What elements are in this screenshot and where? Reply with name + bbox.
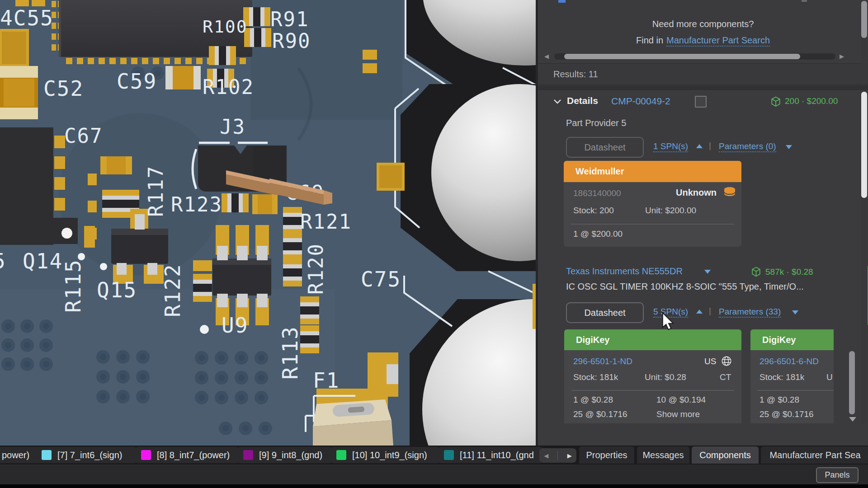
layer-color-swatch xyxy=(243,450,253,460)
cards-scrollbar-thumb[interactable] xyxy=(849,351,855,414)
price-break: 1 @ $0.28 xyxy=(573,395,613,405)
separator: | xyxy=(709,306,711,316)
need-more-components-text: Need more components? xyxy=(538,19,868,29)
datasheet-button[interactable]: Datasheet xyxy=(566,302,644,323)
package-code: CT xyxy=(720,372,731,382)
vendor-part-number-link[interactable]: 296-6501-1-ND xyxy=(573,357,632,366)
layer-color-swatch xyxy=(42,450,52,460)
spn-card-weidmuller: Weidmuller 1863140000 Unknown Stock: 200… xyxy=(564,161,741,247)
pcb-label: R102 xyxy=(203,75,254,99)
tab-manufacturer-part-search[interactable]: Manufacturer Part Sea xyxy=(761,446,868,464)
pcb-label: R115 xyxy=(61,259,85,313)
ic-u9 xyxy=(212,225,271,325)
details-header: Details CMP-00049-2 200 · $200.00 xyxy=(538,90,868,113)
collapse-arrow-icon[interactable] xyxy=(696,310,703,314)
spn-cards-row: DigiKey 296-6501-1-ND US Stock: 181k Uni… xyxy=(538,329,834,423)
package-icon xyxy=(770,96,782,108)
layer-tab-label: [7] 7_int6_(sign) xyxy=(57,450,122,460)
prev-tab-arrow-icon[interactable]: ◀ xyxy=(544,452,548,459)
components-panel: Need more components? Find in Manufactur… xyxy=(536,0,868,446)
pcb-label: R120 xyxy=(304,243,327,295)
pcb-label: R90 xyxy=(272,29,311,52)
horizontal-scrollbar-thumb[interactable] xyxy=(564,54,800,59)
manufacturer-part-link[interactable]: Texas Instruments NE555DR xyxy=(566,266,683,277)
part-description: IC OSC SGL TIMER 100KHZ 8-SOIC "555 Type… xyxy=(566,282,834,292)
status-bar: Panels xyxy=(0,465,868,484)
stock-value: Stock: 181k xyxy=(760,372,804,382)
price-break: 1 @ $200.00 xyxy=(573,229,623,239)
region-code: U xyxy=(826,372,833,382)
divider xyxy=(571,224,734,225)
expand-arrow-icon[interactable] xyxy=(792,310,798,314)
layer-tab-bar: power) [7] 7_int6_(sign) [8] 8_int7_(pow… xyxy=(0,446,868,465)
pcb-label: J3 xyxy=(220,115,245,138)
pcb-label: R123 xyxy=(171,193,222,216)
list-item-icon-partial xyxy=(558,0,566,3)
results-count: Results: 11 xyxy=(538,63,868,85)
pcb-label: R100 xyxy=(203,17,248,37)
tab-messages[interactable]: Messages xyxy=(637,446,689,464)
region-code: US xyxy=(704,357,716,366)
parameters-link[interactable]: Parameters (0) xyxy=(719,141,776,152)
collapse-arrow-icon[interactable] xyxy=(696,144,703,148)
price-break: 25 @ $0.1716 xyxy=(573,409,627,419)
unit-price: Unit: $200.00 xyxy=(645,206,696,216)
vendor-part-number-link[interactable]: 296-6501-6-ND xyxy=(760,357,819,366)
datasheet-button-disabled[interactable]: Datasheet xyxy=(566,137,644,158)
details-scrollbar-thumb[interactable] xyxy=(861,92,867,198)
layer-tab-10[interactable]: [10] 10_int9_(sign) xyxy=(330,447,440,463)
chevron-down-icon[interactable] xyxy=(553,99,562,105)
tab-components[interactable]: Components xyxy=(692,446,759,464)
pcb-label: Q14 xyxy=(23,249,63,273)
pcb-label: F1 xyxy=(313,368,340,393)
stock-value: Stock: 200 xyxy=(573,206,614,216)
pcb-label: 5 xyxy=(0,249,6,273)
layer-tab-9[interactable]: [9] 9_int8_(gnd) xyxy=(237,447,333,463)
layer-tab-11[interactable]: [11] 11_int10_(gnd xyxy=(438,447,543,463)
panel-scrollbar-thumb[interactable] xyxy=(861,1,867,38)
layer-color-swatch xyxy=(336,450,346,460)
layer-tab-label: [11] 11_int10_(gnd xyxy=(460,450,534,460)
layer-color-swatch xyxy=(444,450,454,460)
expand-arrow-icon[interactable] xyxy=(786,145,792,149)
details-title: Details xyxy=(567,95,598,106)
separator: | xyxy=(709,141,711,150)
pcb-label: C52 xyxy=(43,76,84,101)
layer-tab-label: power) xyxy=(2,450,29,460)
list-item-partial xyxy=(802,0,807,2)
spn-card-digikey-2: DigiKey 296-6501-6-ND Stock: 181k U 1 @ … xyxy=(750,329,834,423)
vendor-header: Weidmuller xyxy=(564,161,741,182)
layer-tab-7[interactable]: [7] 7_int6_(sign) xyxy=(35,447,137,463)
pcb-label: C75 xyxy=(361,267,401,291)
unit-price: Unit: $0.28 xyxy=(645,372,686,382)
pcb-label: R113 xyxy=(278,326,302,380)
hscroll-left-arrow-icon[interactable]: ◀ xyxy=(544,53,549,60)
show-more-link[interactable]: Show more xyxy=(656,409,700,419)
layer-color-swatch xyxy=(141,450,151,460)
package-icon xyxy=(750,266,762,277)
mouse-cursor xyxy=(661,312,675,331)
dropdown-arrow-icon[interactable] xyxy=(704,270,711,274)
stock-status: Unknown xyxy=(676,188,717,198)
scroll-down-arrow-icon[interactable] xyxy=(849,417,856,422)
bottom-strip xyxy=(0,484,868,488)
manufacturer-part-search-link[interactable]: Manufacturer Part Search xyxy=(666,35,770,47)
capacitor-c59 xyxy=(165,66,201,89)
parameters-link[interactable]: Parameters (33) xyxy=(719,307,781,318)
stock-price-summary: 587k · $0.28 xyxy=(765,267,813,277)
pcb-label: R122 xyxy=(160,263,185,317)
spn-count-link[interactable]: 1 SPN(s) xyxy=(653,141,688,152)
details-section: Details CMP-00049-2 200 · $200.00 Part P… xyxy=(538,89,868,424)
layer-tab-8[interactable]: [8] 8_int7_(power) xyxy=(135,447,240,463)
hscroll-right-arrow-icon[interactable]: ▶ xyxy=(840,53,844,60)
pcb-label: R117 xyxy=(144,165,167,217)
pcb-3d-view[interactable]: C69 xyxy=(0,0,536,446)
panels-button[interactable]: Panels xyxy=(816,467,859,483)
layer-tab-label: [8] 8_int7_(power) xyxy=(157,450,230,460)
tab-properties[interactable]: Properties xyxy=(579,446,634,464)
component-id-link[interactable]: CMP-00049-2 xyxy=(611,96,670,107)
vendor-header: DigiKey xyxy=(750,329,834,350)
details-checkbox[interactable] xyxy=(695,96,707,108)
next-tab-arrow-icon[interactable]: ▶ xyxy=(567,452,572,459)
pcb-label: C67 xyxy=(64,124,103,147)
